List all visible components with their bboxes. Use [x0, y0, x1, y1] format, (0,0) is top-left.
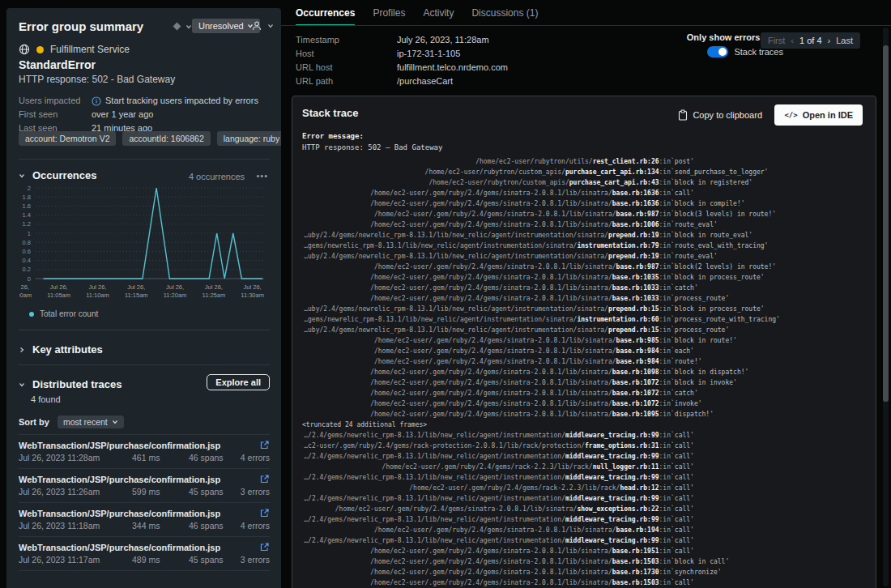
frame-location: …uby/2.4/gems/newrelic_rpm-8.13.1/lib/ne… [302, 230, 671, 241]
sort-dropdown[interactable]: most recent [58, 415, 124, 428]
frame-method: `block(2 levels) in route!' [671, 262, 776, 272]
trace-name[interactable]: WebTransaction/JSP/purchase/confirmation… [19, 441, 220, 450]
frame-method: `call' [671, 451, 694, 462]
last-page-button[interactable]: Last [836, 36, 853, 45]
open-in-ide-button[interactable]: </> Open in IDE [774, 104, 863, 126]
copy-to-clipboard-button[interactable]: Copy to clipboard [678, 109, 762, 121]
trace-duration: 599 ms [132, 487, 189, 496]
trace-list-item[interactable]: WebTransaction/JSP/purchase/confirmation… [19, 537, 270, 571]
field-value: over 1 year ago [92, 108, 153, 121]
frame-location: /home/ec2-user/.gem/ruby/2.4/gems/rack-2… [302, 462, 671, 472]
frame-location: /home/ec2-user/.gem/ruby/2.4/gems/sinatr… [302, 219, 671, 230]
stack-frame: /home/ec2-user/.gem/ruby/2.4/gems/sinatr… [302, 283, 868, 293]
frame-method: `dispatch!' [671, 409, 714, 420]
frame-method: `block in process_route' [671, 272, 765, 283]
stack-frame: /home/ec2-user/.gem/ruby/2.4/gems/sinatr… [302, 367, 868, 377]
external-link-icon[interactable] [259, 508, 270, 518]
tab-activity[interactable]: Activity [423, 7, 454, 26]
stack-frame: …/2.4/gems/newrelic_rpm-8.13.1/lib/new_r… [302, 514, 868, 525]
meta-label: URL host [296, 61, 397, 75]
stack-traces-toggle[interactable] [707, 46, 728, 58]
stack-frame: /home/ec2-user/.gem/ruby/2.4/gems/sinatr… [302, 209, 868, 219]
status-dropdown[interactable]: Unresolved [192, 19, 260, 33]
external-link-icon[interactable] [259, 440, 270, 450]
field-label: Users impacted [19, 94, 92, 108]
trace-duration: 489 ms [132, 555, 189, 565]
frame-location: …c2-user/.gem/ruby/2.4/gems/rack-protect… [302, 441, 671, 451]
tab-occurrences[interactable]: Occurrences [296, 7, 355, 26]
occurrences-section-header[interactable]: Occurrences [19, 169, 97, 181]
scrollbar-track[interactable] [883, 28, 889, 586]
tab-discussions-1-[interactable]: Discussions (1) [471, 7, 538, 26]
frame-location: /home/ec2-user/.gem/ruby/2.4/gems/sinatr… [302, 356, 671, 367]
occurrences-chart: 21.81.61.41.210.80.60.40.20Jul 26,11:00a… [11, 183, 275, 301]
tab-profiles[interactable]: Profiles [373, 7, 405, 26]
frame-location: /home/ec2-user/.gem/ruby/2.4/gems/sinatr… [302, 504, 671, 514]
distributed-traces-section-header[interactable]: Distributed traces [19, 378, 122, 390]
external-link-icon[interactable] [259, 474, 270, 484]
more-options-icon[interactable]: ••• [256, 171, 268, 181]
chart-legend[interactable]: Total error count [29, 309, 98, 318]
frame-method: `route_eval' [671, 251, 718, 262]
frame-method: `block in registered' [671, 177, 752, 188]
traces-found-count: 4 found [31, 394, 61, 404]
info-icon [92, 96, 101, 106]
frame-method: `call' [671, 504, 694, 514]
trace-name[interactable]: WebTransaction/JSP/purchase/confirmation… [19, 509, 220, 518]
meta-label: Host [296, 47, 397, 61]
stack-frame: /home/ec2-user/.gem/ruby/2.4/gems/rack-2… [302, 462, 868, 472]
trace-name[interactable]: WebTransaction/JSP/purchase/confirmation… [19, 543, 220, 552]
trace-list-item[interactable]: WebTransaction/JSP/purchase/confirmation… [19, 469, 270, 503]
entity-type-dropdown[interactable] [172, 21, 192, 32]
meta-value: /purchaseCart [397, 75, 453, 88]
frame-method: `call' [671, 577, 694, 588]
error-group-summary-panel: Error group summary Unresolved [6, 8, 281, 588]
stack-frame: /home/ec2-user/.gem/ruby/2.4/gems/sinatr… [302, 293, 868, 304]
frame-location: /home/ec2-user/.gem/ruby/2.4/gems/rack-2… [302, 483, 671, 493]
error-message-value: HTTP response: 502 — Bad Gateway [302, 143, 442, 151]
first-page-button[interactable]: First [768, 36, 785, 45]
tag-pill: account: Demotron V2 [19, 131, 116, 146]
prev-page-icon[interactable]: ‹ [791, 36, 794, 45]
frame-location: /home/ec2-user/.gem/ruby/2.4/gems/sinatr… [302, 346, 671, 356]
frame-method: `catch' [671, 283, 698, 293]
frame-location: /home/ec2-user/.gem/ruby/2.4/gems/sinatr… [302, 409, 671, 420]
explore-all-button[interactable]: Explore all [207, 374, 270, 390]
frame-location: /home/ec2-user/.gem/ruby/2.4/gems/sinatr… [302, 377, 671, 388]
stack-frame: /home/ec2-user/.gem/ruby/2.4/gems/sinatr… [302, 262, 868, 272]
svg-text:Jul 26,: Jul 26, [127, 283, 145, 291]
key-attributes-section-header[interactable]: Key attributes [19, 343, 103, 356]
meta-label: URL path [296, 75, 397, 88]
frame-method: `invoke' [671, 398, 702, 409]
sort-by-label: Sort by [19, 417, 49, 427]
stack-frame: …uby/2.4/gems/newrelic_rpm-8.13.1/lib/ne… [302, 230, 868, 241]
frame-method: `send_purchase_to_logger' [671, 167, 768, 177]
next-page-icon[interactable]: › [828, 36, 831, 45]
stack-frame: /home/ec2-user/rubytron/utils/rest_clien… [302, 156, 868, 167]
trace-duration: 461 ms [132, 453, 189, 462]
field-value-text[interactable]: Start tracking users impacted by errors [105, 94, 258, 108]
trace-list-item[interactable]: WebTransaction/JSP/purchase/confirmation… [19, 435, 270, 469]
frame-location: /home/ec2-user/.gem/ruby/2.4/gems/sinatr… [302, 283, 671, 293]
service-name[interactable]: Fulfillment Service [50, 44, 130, 55]
trace-name[interactable]: WebTransaction/JSP/purchase/confirmation… [19, 475, 220, 484]
stack-frame: /home/ec2-user/.gem/ruby/2.4/gems/sinatr… [302, 346, 868, 356]
external-link-icon[interactable] [259, 542, 270, 552]
trace-spans: 46 spans [189, 453, 241, 462]
scrollbar-thumb[interactable] [883, 45, 889, 402]
tag-pill: accountId: 1606862 [122, 131, 210, 146]
frame-method: `process_route' [671, 325, 729, 335]
meta-value: ip-172-31-1-105 [397, 47, 460, 61]
frame-location: /home/ec2-user/rubytron/utils/rest_clien… [302, 156, 671, 167]
frame-method: `process_route' [671, 293, 729, 304]
stack-frame: /home/ec2-user/.gem/ruby/2.4/gems/sinatr… [302, 504, 868, 514]
frame-location: /home/ec2-user/.gem/ruby/2.4/gems/sinatr… [302, 188, 671, 198]
trace-list-item[interactable]: WebTransaction/JSP/purchase/confirmation… [19, 503, 270, 537]
stack-frame: /home/ec2-user/.gem/ruby/2.4/gems/sinatr… [302, 409, 868, 420]
stack-trace-card: Stack trace Copy to clipboard </> Open i… [292, 96, 876, 588]
svg-text:11:15am: 11:15am [125, 292, 148, 299]
frame-method: `block(3 levels) in route!' [671, 209, 776, 219]
trace-time: Jul 26, 2023 11:17am [19, 555, 132, 565]
svg-text:2: 2 [28, 185, 31, 192]
assignee-dropdown[interactable] [251, 20, 274, 32]
